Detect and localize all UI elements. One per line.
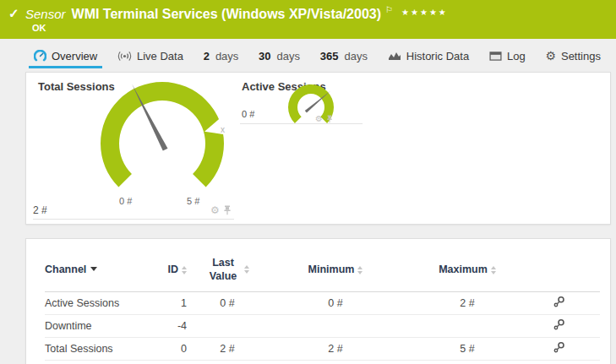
gauge-x-icon[interactable]: x xyxy=(221,125,225,134)
prtg-sensor-page: ✓ SensorWMI Terminal Services (Windows X… xyxy=(0,0,616,364)
channels-table: Channel ID Last Value Minimum Maximum Ac… xyxy=(26,239,610,361)
gauge-scale-max: 5 # xyxy=(187,196,199,206)
active-gauge-actions: ⚙ xyxy=(315,115,333,123)
active-sessions-gauge xyxy=(285,81,337,133)
channel-name: Total Sessions xyxy=(45,343,153,355)
priority-flag-icon[interactable]: ⚐ xyxy=(385,5,393,14)
total-sessions-gauge xyxy=(94,75,231,212)
gauge-divider xyxy=(33,219,234,220)
gauge-scale-min: 0 # xyxy=(119,196,132,206)
sort-desc-icon xyxy=(90,267,97,271)
tab-overview[interactable]: Overview xyxy=(29,43,102,68)
tab-settings[interactable]: ⚙ Settings xyxy=(540,43,606,68)
gauge-settings-gear-icon[interactable]: ⚙ xyxy=(315,115,323,123)
tab-live-data[interactable]: Live Data xyxy=(112,43,188,68)
gauge-icon xyxy=(34,50,46,62)
channel-minimum: 0 # xyxy=(268,297,403,309)
total-gauge-actions: ⚙ xyxy=(210,205,232,215)
channel-minimum: 2 # xyxy=(268,343,403,355)
gauge-divider xyxy=(240,123,363,124)
column-header-id[interactable]: ID xyxy=(153,263,187,275)
sort-icon xyxy=(244,265,249,274)
gauge-settings-gear-icon[interactable]: ⚙ xyxy=(210,205,220,215)
channel-settings-button[interactable] xyxy=(553,318,565,333)
sensor-status-badge: OK xyxy=(32,23,46,33)
table-header-row: Channel ID Last Value Minimum Maximum xyxy=(45,239,600,292)
page-title: WMI Terminal Services (Windows XP/Vista/… xyxy=(72,7,382,21)
sort-icon xyxy=(357,266,363,274)
channel-maximum: 5 # xyxy=(403,343,532,355)
gauge-pin-icon[interactable] xyxy=(326,115,333,123)
tab-historic-data[interactable]: Historic Data xyxy=(383,43,474,68)
channel-name: Active Sessions xyxy=(45,297,153,309)
channel-last-value: 2 # xyxy=(187,343,268,355)
column-header-maximum[interactable]: Maximum xyxy=(403,263,532,275)
column-header-minimum[interactable]: Minimum xyxy=(268,263,403,275)
column-header-channel[interactable]: Channel xyxy=(45,263,153,275)
channel-id: 0 xyxy=(153,343,187,355)
gauges-panel: Total Sessions x 0 # 5 # 2 # ⚙ Active Se… xyxy=(25,72,611,225)
channel-id: -4 xyxy=(153,320,187,332)
gear-icon: ⚙ xyxy=(545,50,556,62)
gauge-pin-icon[interactable] xyxy=(223,205,232,215)
table-row-active-sessions: Active Sessions 1 0 # 0 # 2 # xyxy=(45,292,600,315)
channels-panel: Channel ID Last Value Minimum Maximum Ac… xyxy=(25,238,611,364)
object-kind-label: Sensor xyxy=(25,7,66,21)
live-data-icon xyxy=(117,51,132,62)
status-ok-check-icon: ✓ xyxy=(8,6,19,21)
channel-settings-button[interactable] xyxy=(553,296,565,310)
channel-settings-icon xyxy=(553,296,565,307)
tab-30-days[interactable]: 30 days xyxy=(253,43,305,68)
column-header-last-value[interactable]: Last Value xyxy=(187,256,268,284)
active-sessions-value: 0 # xyxy=(242,109,254,119)
area-chart-icon xyxy=(388,51,401,61)
total-sessions-value: 2 # xyxy=(33,204,47,216)
sensor-header: ✓ SensorWMI Terminal Services (Windows X… xyxy=(0,0,616,39)
sort-icon xyxy=(491,266,496,274)
table-row-downtime: Downtime -4 xyxy=(45,315,600,338)
channel-id: 1 xyxy=(153,297,187,309)
log-icon xyxy=(489,52,502,61)
channel-settings-icon xyxy=(553,341,565,353)
tab-log[interactable]: Log xyxy=(484,43,531,68)
tab-bar: Overview Live Data 2 days 30 days 365 da… xyxy=(0,43,616,68)
table-row-total-sessions: Total Sessions 0 2 # 2 # 5 # xyxy=(45,338,600,361)
priority-stars[interactable]: ★★★★★ xyxy=(401,8,448,17)
channel-last-value: 0 # xyxy=(187,297,268,309)
tab-2-days[interactable]: 2 days xyxy=(199,43,244,68)
tab-365-days[interactable]: 365 days xyxy=(315,43,373,68)
channel-settings-icon xyxy=(553,318,565,330)
channel-name: Downtime xyxy=(45,320,153,332)
channel-maximum: 2 # xyxy=(403,297,532,309)
channel-settings-button[interactable] xyxy=(553,341,565,356)
